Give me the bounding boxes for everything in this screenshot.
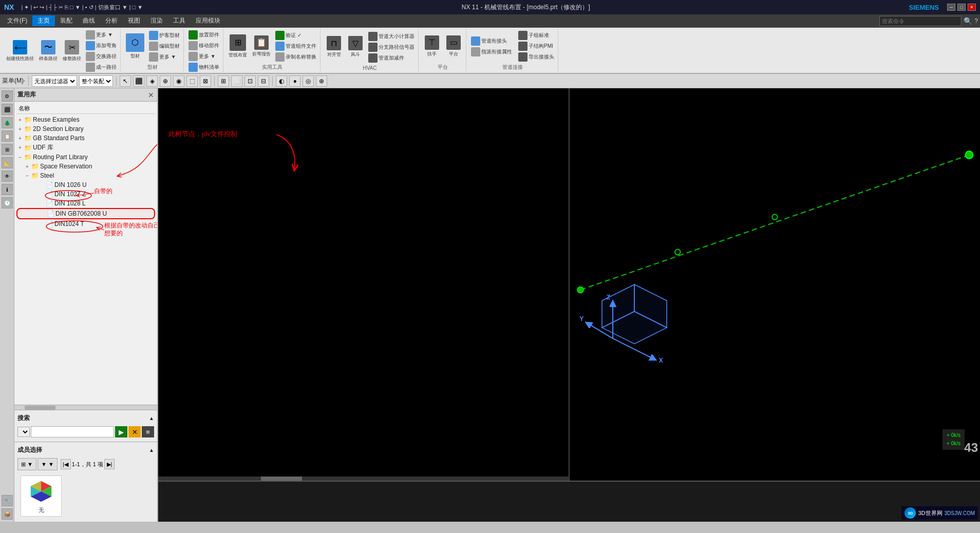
spline-path-button[interactable]: 〜 样条路径 <box>37 39 60 63</box>
tb-btn-10[interactable]: ⊡ <box>244 75 256 87</box>
tree-item-dingb[interactable]: 📄 DIN GB7062008 U <box>16 208 155 219</box>
pmi-button[interactable]: 子结构PMI <box>517 41 556 51</box>
nav-first-button[interactable]: |◀ <box>61 459 71 469</box>
menu-home[interactable]: 主页 <box>32 15 55 26</box>
sidebar-close-button[interactable]: ✕ <box>148 91 154 99</box>
search-clear-button[interactable]: ✕ <box>128 426 141 437</box>
branch-button[interactable]: 分支路径信号器 <box>367 42 416 52</box>
move-part-button[interactable]: 移动部件 <box>187 41 221 51</box>
filter-select[interactable]: 无选择过滤器 <box>32 75 77 87</box>
record-button[interactable]: 录制名称替换 <box>274 52 318 62</box>
tree-hscrollbar[interactable] <box>14 405 157 410</box>
assembly-select[interactable]: 整个装配 <box>79 75 113 87</box>
tb-btn-4[interactable]: ⊕ <box>160 75 171 87</box>
tb-btn-13[interactable]: ● <box>289 75 300 87</box>
bottom-icon2[interactable]: 📦 <box>2 508 13 520</box>
viewport-hscrollbar[interactable] <box>158 477 569 481</box>
pipe-size-button[interactable]: 管道大小计算器 <box>367 31 416 42</box>
bottom-icon1[interactable]: 🔧 <box>2 495 13 506</box>
edit-shape-button[interactable]: 编辑型材 <box>147 41 181 51</box>
tb-btn-5[interactable]: ◉ <box>173 75 184 87</box>
sub-std-button[interactable]: 子组标准 <box>517 30 556 41</box>
menu-view[interactable]: 视图 <box>123 15 145 26</box>
handrail-button[interactable]: ⊤ 扶手 <box>422 34 442 59</box>
trim-path-button[interactable]: ✂ 修整路径 <box>61 39 83 63</box>
member-filter-button[interactable]: ▼ ▼ <box>37 458 58 470</box>
tb-btn-8[interactable]: ⊞ <box>218 75 229 87</box>
pipe-comp-button[interactable]: 管道组件文件 <box>274 41 318 51</box>
member-section-header[interactable]: 成员选择 ▲ <box>17 444 154 456</box>
tb-btn-1[interactable]: ↖ <box>120 75 131 87</box>
create-linear-path-button[interactable]: ⟵ 创建线性路径 <box>4 39 36 63</box>
pipe-accessory-button[interactable]: 管道加减件 <box>367 53 416 63</box>
viewport-hscroll-thumb[interactable] <box>261 477 302 481</box>
menu-analysis[interactable]: 分析 <box>100 15 123 26</box>
search-options-button[interactable]: ≡ <box>142 426 154 437</box>
viewport-right[interactable]: Z X Y + 0k/s + 0k/s <box>570 88 980 481</box>
tb-btn-3[interactable]: ◈ <box>146 75 158 87</box>
tb-btn-2[interactable]: ⬛ <box>133 75 144 87</box>
close-button[interactable]: ✕ <box>968 4 976 11</box>
menu-m-label[interactable]: 菜单(M)· <box>2 77 25 85</box>
layout-button[interactable]: ⊞ 管线布置 <box>227 33 249 60</box>
place-part-button[interactable]: 放置部件 <box>187 30 221 40</box>
bom-button[interactable]: 物料清单 <box>187 62 221 72</box>
command-search-input[interactable] <box>879 16 962 26</box>
more-path-button[interactable]: 更多 ▼ <box>84 30 118 40</box>
tree-item-reuse[interactable]: + 📁 Reuse Examples <box>16 115 155 124</box>
merge-path-button[interactable]: 成一路径 <box>84 62 118 72</box>
menu-apps[interactable]: 应用模块 <box>191 15 225 26</box>
tb-btn-9[interactable]: ⬜ <box>231 75 242 87</box>
shape-button[interactable]: ⬡ 型材 <box>124 32 146 61</box>
guard-button[interactable]: 护客型材 <box>147 30 181 41</box>
menu-render[interactable]: 渲染 <box>145 15 168 26</box>
joint-attr-button[interactable]: 指派衔接属性 <box>469 47 514 57</box>
pipe-joint-button[interactable]: 管道衔接头 <box>469 36 514 46</box>
tree-item-gbstandard[interactable]: + 📁 GB Standard Parts <box>16 134 155 143</box>
tree-item-routing[interactable]: − 📁 Routing Part Library <box>16 153 155 162</box>
swap-path-button[interactable]: 交换路径 <box>84 51 118 62</box>
tree-item-2dsection[interactable]: + 📁 2D Section Library <box>16 124 155 134</box>
nav-last-button[interactable]: ▶| <box>104 459 115 469</box>
search-input[interactable] <box>31 426 114 437</box>
verify-button[interactable]: 验证 ✓ <box>274 30 318 41</box>
tree-item-din1028l[interactable]: 📄 DIN 1028 L <box>16 199 155 208</box>
settings-icon[interactable]: ⚙ <box>2 90 13 102</box>
search-type-select[interactable]: ▼ <box>17 427 30 437</box>
more-parts-button[interactable]: 更多 ▼ <box>187 51 221 62</box>
tree-item-din1027z[interactable]: 📄 DIN 1027 Z <box>16 189 155 199</box>
viewport-left[interactable]: 此树节点，plv文件控制 <box>158 88 570 481</box>
tree-item-din1024t[interactable]: 📄 DIN1024 T <box>16 219 155 229</box>
hscroll-thumb[interactable] <box>25 406 55 410</box>
viewport[interactable]: 此树节点，plv文件控制 <box>158 88 980 522</box>
tree-item-steel[interactable]: − 📁 Steel <box>16 171 155 180</box>
minimize-button[interactable]: ─ <box>947 4 955 11</box>
tb-btn-7[interactable]: ⊠ <box>200 75 211 87</box>
tree-item-din1026u[interactable]: 📄 DIN 1026 U <box>16 180 155 189</box>
search-icon[interactable]: 🔍 <box>964 17 972 25</box>
tree-item-udf[interactable]: + 📁 UDF 库 <box>16 143 155 153</box>
hood-button[interactable]: ▽ 风斗 <box>345 35 366 59</box>
info-icon[interactable]: ℹ <box>2 184 13 195</box>
platform-button[interactable]: ▭ 平台 <box>443 34 464 59</box>
tree-icon[interactable]: 🌲 <box>2 117 13 128</box>
search-section-header[interactable]: 搜索 ▲ <box>17 412 154 424</box>
more-shape-button[interactable]: 更多 ▼ <box>147 52 181 62</box>
measure-icon[interactable]: 📐 <box>2 157 13 168</box>
clock-icon[interactable]: 🕐 <box>2 197 13 208</box>
menu-curve[interactable]: 曲线 <box>78 15 100 26</box>
add-bend-button[interactable]: 添加弯角 <box>84 41 118 51</box>
tree-item-space[interactable]: + 📁 Space Reservation <box>16 162 155 171</box>
export-header-button[interactable]: 导出接接头 <box>517 52 556 62</box>
member-view-button[interactable]: ⊞ ▼ <box>17 458 36 470</box>
constraint-icon[interactable]: ⊞ <box>2 144 13 155</box>
tb-btn-12[interactable]: ◐ <box>276 75 287 87</box>
help-icon[interactable]: ? <box>974 17 978 25</box>
tb-btn-11[interactable]: ⊟ <box>258 75 269 87</box>
parts-icon[interactable]: ⬛ <box>2 104 13 115</box>
menu-file[interactable]: 文件(F) <box>2 15 32 26</box>
menu-tools[interactable]: 工具 <box>168 15 191 26</box>
report-button[interactable]: 📋 折弯报告 <box>250 34 273 59</box>
search-go-button[interactable]: ▶ <box>115 426 127 437</box>
tb-btn-6[interactable]: ⬚ <box>186 75 198 87</box>
